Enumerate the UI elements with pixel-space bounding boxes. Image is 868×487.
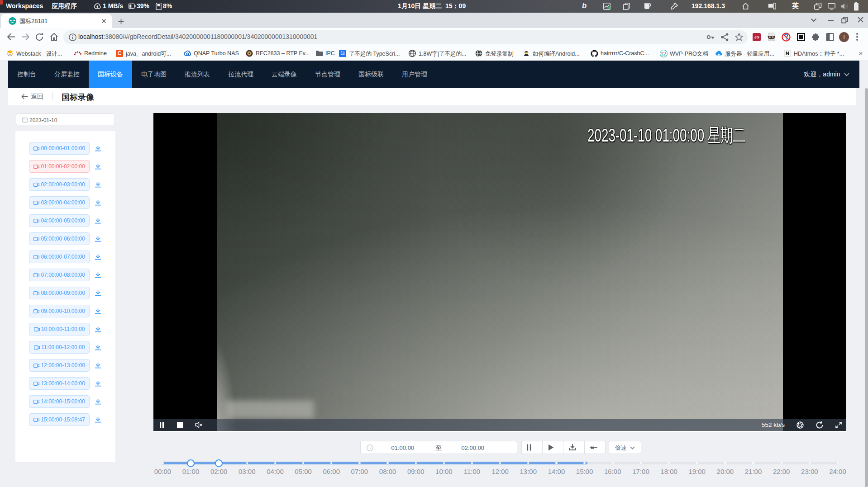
svg-text:WVP-PRO: WVP-PRO [661,55,666,57]
